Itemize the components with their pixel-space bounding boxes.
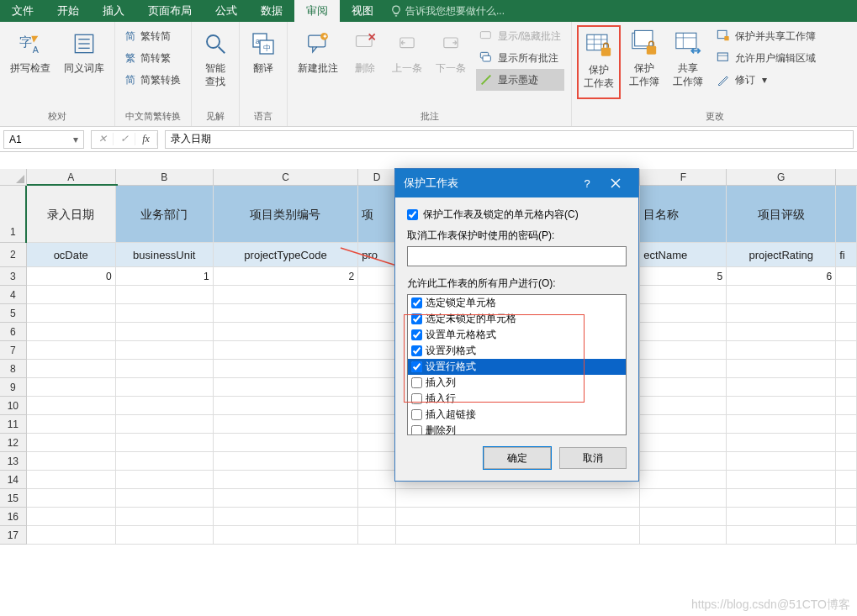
cell[interactable] xyxy=(27,378,116,397)
cell[interactable] xyxy=(727,508,836,526)
cell[interactable] xyxy=(358,471,396,489)
cell[interactable] xyxy=(214,526,358,545)
tab-insert[interactable]: 插入 xyxy=(91,0,136,22)
cell[interactable] xyxy=(214,434,358,452)
cell[interactable] xyxy=(836,186,857,243)
permission-checkbox[interactable] xyxy=(411,409,422,420)
cell[interactable] xyxy=(27,434,116,452)
cell[interactable] xyxy=(27,397,116,415)
cancel-button[interactable]: 取消 xyxy=(559,447,627,469)
cell[interactable] xyxy=(836,397,857,415)
cell[interactable] xyxy=(640,341,727,360)
cell[interactable] xyxy=(116,452,214,471)
cell[interactable] xyxy=(358,267,396,286)
cell[interactable] xyxy=(214,415,358,434)
permission-item[interactable]: 删除列 xyxy=(408,423,626,435)
cell[interactable] xyxy=(27,508,116,526)
dialog-titlebar[interactable]: 保护工作表 ? xyxy=(395,169,638,197)
cell[interactable] xyxy=(836,323,857,341)
cell[interactable] xyxy=(640,378,727,397)
row-header[interactable]: 1 xyxy=(0,186,27,243)
cell[interactable] xyxy=(640,526,727,545)
cell[interactable]: projectRating xyxy=(727,243,836,267)
cell[interactable] xyxy=(727,378,836,397)
cell[interactable] xyxy=(214,452,358,471)
row-header[interactable]: 9 xyxy=(0,378,27,397)
cell[interactable] xyxy=(358,415,396,434)
enter-fx-button[interactable]: ✓ xyxy=(114,133,135,145)
cell[interactable]: 0 xyxy=(27,267,116,286)
cell[interactable] xyxy=(27,415,116,434)
cell[interactable]: ocDate xyxy=(27,243,116,267)
cell[interactable] xyxy=(727,360,836,378)
cell[interactable] xyxy=(27,286,116,304)
cell[interactable] xyxy=(358,323,396,341)
permission-item[interactable]: 插入超链接 xyxy=(408,407,626,423)
cell[interactable] xyxy=(214,286,358,304)
cell[interactable] xyxy=(214,471,358,489)
cell[interactable] xyxy=(116,434,214,452)
cell[interactable] xyxy=(214,360,358,378)
cell[interactable] xyxy=(727,526,836,545)
cell[interactable] xyxy=(640,415,727,434)
cell[interactable] xyxy=(727,323,836,341)
cell[interactable] xyxy=(214,341,358,360)
allow-edit-ranges[interactable]: 允许用户编辑区域 xyxy=(713,47,819,69)
cell[interactable] xyxy=(358,341,396,360)
permission-item[interactable]: 插入行 xyxy=(408,391,626,407)
tab-data[interactable]: 数据 xyxy=(249,0,294,22)
permission-item[interactable]: 选定锁定单元格 xyxy=(408,295,626,311)
cell[interactable]: 业务部门 xyxy=(116,186,214,243)
tab-formulas[interactable]: 公式 xyxy=(204,0,249,22)
cell[interactable] xyxy=(214,397,358,415)
cell[interactable] xyxy=(27,360,116,378)
row-header[interactable]: 8 xyxy=(0,360,27,378)
tab-view[interactable]: 视图 xyxy=(340,0,385,22)
cell[interactable] xyxy=(116,471,214,489)
fx-button[interactable]: fx xyxy=(135,133,157,145)
permissions-listbox[interactable]: 选定锁定单元格选定未锁定的单元格设置单元格格式设置列格式设置行格式插入列插入行插… xyxy=(407,294,627,435)
permission-checkbox[interactable] xyxy=(411,297,422,308)
cell[interactable] xyxy=(116,526,214,545)
cell[interactable] xyxy=(358,434,396,452)
cell[interactable] xyxy=(116,397,214,415)
cell[interactable] xyxy=(358,360,396,378)
permission-item[interactable]: 插入列 xyxy=(408,375,626,391)
tab-layout[interactable]: 页面布局 xyxy=(136,0,204,22)
cell[interactable] xyxy=(116,489,214,508)
new-comment-button[interactable]: ✦新建批注 xyxy=(293,25,343,99)
translate-button[interactable]: a中 翻译 xyxy=(245,25,282,99)
row-header[interactable]: 5 xyxy=(0,304,27,323)
cell[interactable] xyxy=(640,286,727,304)
protect-share-wb[interactable]: 保护并共享工作簿 xyxy=(713,25,819,47)
cell[interactable] xyxy=(727,415,836,434)
permission-checkbox[interactable] xyxy=(411,313,422,324)
cell[interactable] xyxy=(214,323,358,341)
cell[interactable] xyxy=(727,397,836,415)
cell[interactable] xyxy=(727,434,836,452)
cell[interactable] xyxy=(358,452,396,471)
name-box[interactable]: A1▾ xyxy=(3,130,84,149)
password-input[interactable] xyxy=(407,246,627,266)
show-all-comments[interactable]: 显示所有批注 xyxy=(476,47,564,69)
col-header[interactable]: C xyxy=(214,169,358,186)
cell[interactable]: 2 xyxy=(214,267,358,286)
cell[interactable]: businessUnit xyxy=(116,243,214,267)
cell[interactable]: 项 xyxy=(358,186,396,243)
share-workbook-button[interactable]: 共享工作簿 xyxy=(668,25,708,99)
cell[interactable] xyxy=(727,489,836,508)
cell[interactable] xyxy=(214,304,358,323)
cell[interactable] xyxy=(836,304,857,323)
cell[interactable] xyxy=(214,378,358,397)
col-header[interactable]: G xyxy=(727,169,836,186)
cell[interactable] xyxy=(116,341,214,360)
cell[interactable] xyxy=(727,452,836,471)
permission-item[interactable]: 设置列格式 xyxy=(408,343,626,359)
cell[interactable] xyxy=(640,508,727,526)
smart-lookup-button[interactable]: 智能查找 xyxy=(197,25,234,99)
cell[interactable] xyxy=(116,508,214,526)
col-header[interactable]: A xyxy=(27,169,116,186)
cell[interactable] xyxy=(836,286,857,304)
cell[interactable] xyxy=(640,397,727,415)
next-comment-button[interactable]: 下一条 xyxy=(431,25,471,99)
